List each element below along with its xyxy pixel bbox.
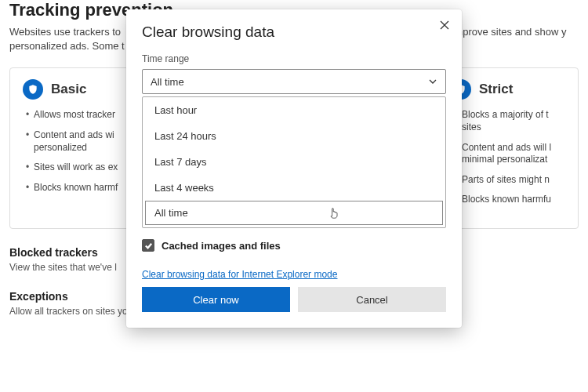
time-range-label: Time range [142,53,446,64]
ie-mode-link[interactable]: Clear browsing data for Internet Explore… [142,269,337,280]
time-range-select[interactable]: All time [142,69,446,94]
time-range-dropdown: Last hour Last 24 hours Last 7 days Last… [142,96,446,228]
cancel-button[interactable]: Cancel [298,287,446,312]
option-last-hour[interactable]: Last hour [143,97,445,123]
option-last-4-weeks[interactable]: Last 4 weeks [143,175,445,201]
checkbox-checked-icon[interactable] [142,239,154,252]
option-last-24-hours[interactable]: Last 24 hours [143,123,445,149]
option-all-time[interactable]: All time [145,201,443,225]
cached-images-row[interactable]: Cached images and files [142,239,446,252]
option-last-7-days[interactable]: Last 7 days [143,149,445,175]
clear-browsing-data-dialog: Clear browsing data Time range All time … [126,9,462,328]
cursor-pointer-icon [328,205,340,220]
chevron-down-icon [428,77,437,86]
close-icon[interactable] [435,16,454,34]
option-label: All time [154,207,188,219]
dialog-title: Clear browsing data [142,24,446,41]
dialog-overlay: Clear browsing data Time range All time … [0,0,588,392]
select-value: All time [151,76,184,88]
clear-now-button[interactable]: Clear now [142,287,290,312]
checkbox-label: Cached images and files [162,240,281,252]
